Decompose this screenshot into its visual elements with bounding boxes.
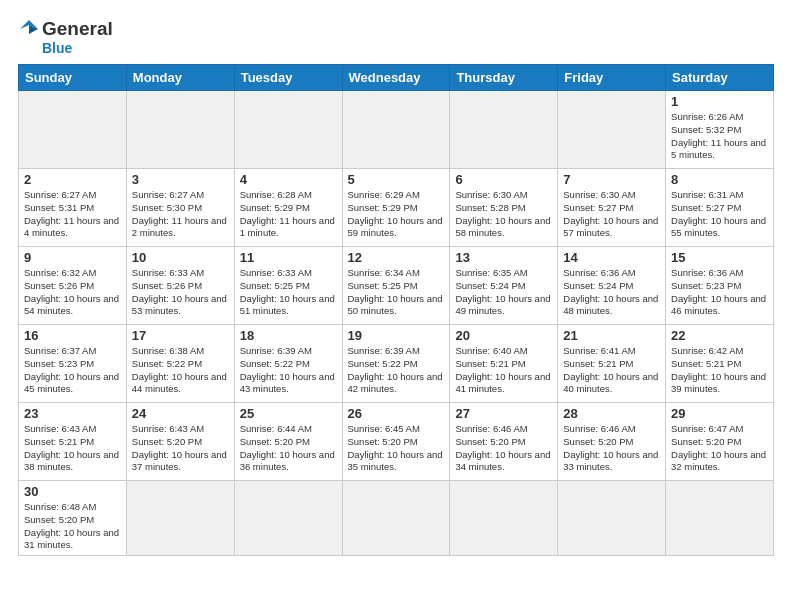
- day-info: Sunrise: 6:43 AM Sunset: 5:21 PM Dayligh…: [24, 423, 121, 474]
- calendar-day-cell: [19, 91, 127, 169]
- logo-general-text: General: [42, 18, 113, 40]
- calendar-day-cell: [126, 91, 234, 169]
- day-number: 14: [563, 250, 660, 265]
- calendar-day-cell: 4Sunrise: 6:28 AM Sunset: 5:29 PM Daylig…: [234, 169, 342, 247]
- calendar-day-cell: 13Sunrise: 6:35 AM Sunset: 5:24 PM Dayli…: [450, 247, 558, 325]
- day-info: Sunrise: 6:37 AM Sunset: 5:23 PM Dayligh…: [24, 345, 121, 396]
- day-info: Sunrise: 6:42 AM Sunset: 5:21 PM Dayligh…: [671, 345, 768, 396]
- day-info: Sunrise: 6:35 AM Sunset: 5:24 PM Dayligh…: [455, 267, 552, 318]
- day-info: Sunrise: 6:27 AM Sunset: 5:31 PM Dayligh…: [24, 189, 121, 240]
- calendar-day-cell: [558, 481, 666, 556]
- day-number: 1: [671, 94, 768, 109]
- day-header-thursday: Thursday: [450, 65, 558, 91]
- day-info: Sunrise: 6:27 AM Sunset: 5:30 PM Dayligh…: [132, 189, 229, 240]
- day-number: 16: [24, 328, 121, 343]
- calendar-day-cell: [126, 481, 234, 556]
- day-info: Sunrise: 6:36 AM Sunset: 5:23 PM Dayligh…: [671, 267, 768, 318]
- page: General Blue SundayMondayTuesdayWednesda…: [0, 0, 792, 612]
- calendar-day-cell: [234, 481, 342, 556]
- day-info: Sunrise: 6:29 AM Sunset: 5:29 PM Dayligh…: [348, 189, 445, 240]
- day-number: 8: [671, 172, 768, 187]
- calendar-day-cell: 20Sunrise: 6:40 AM Sunset: 5:21 PM Dayli…: [450, 325, 558, 403]
- day-info: Sunrise: 6:26 AM Sunset: 5:32 PM Dayligh…: [671, 111, 768, 162]
- day-number: 27: [455, 406, 552, 421]
- day-number: 24: [132, 406, 229, 421]
- calendar-day-cell: 19Sunrise: 6:39 AM Sunset: 5:22 PM Dayli…: [342, 325, 450, 403]
- day-number: 4: [240, 172, 337, 187]
- day-info: Sunrise: 6:39 AM Sunset: 5:22 PM Dayligh…: [348, 345, 445, 396]
- calendar-day-cell: [558, 91, 666, 169]
- calendar-week-row: 9Sunrise: 6:32 AM Sunset: 5:26 PM Daylig…: [19, 247, 774, 325]
- calendar-day-cell: [342, 91, 450, 169]
- calendar-week-row: 30Sunrise: 6:48 AM Sunset: 5:20 PM Dayli…: [19, 481, 774, 556]
- day-info: Sunrise: 6:34 AM Sunset: 5:25 PM Dayligh…: [348, 267, 445, 318]
- day-header-wednesday: Wednesday: [342, 65, 450, 91]
- calendar-day-cell: 23Sunrise: 6:43 AM Sunset: 5:21 PM Dayli…: [19, 403, 127, 481]
- calendar-header-row: SundayMondayTuesdayWednesdayThursdayFrid…: [19, 65, 774, 91]
- day-number: 18: [240, 328, 337, 343]
- day-number: 11: [240, 250, 337, 265]
- day-header-monday: Monday: [126, 65, 234, 91]
- day-info: Sunrise: 6:40 AM Sunset: 5:21 PM Dayligh…: [455, 345, 552, 396]
- calendar-day-cell: [666, 481, 774, 556]
- calendar-week-row: 16Sunrise: 6:37 AM Sunset: 5:23 PM Dayli…: [19, 325, 774, 403]
- calendar-day-cell: 26Sunrise: 6:45 AM Sunset: 5:20 PM Dayli…: [342, 403, 450, 481]
- header: General Blue: [18, 18, 774, 56]
- calendar-day-cell: 17Sunrise: 6:38 AM Sunset: 5:22 PM Dayli…: [126, 325, 234, 403]
- day-info: Sunrise: 6:28 AM Sunset: 5:29 PM Dayligh…: [240, 189, 337, 240]
- calendar-table: SundayMondayTuesdayWednesdayThursdayFrid…: [18, 64, 774, 556]
- calendar-day-cell: 10Sunrise: 6:33 AM Sunset: 5:26 PM Dayli…: [126, 247, 234, 325]
- day-number: 25: [240, 406, 337, 421]
- calendar-day-cell: 28Sunrise: 6:46 AM Sunset: 5:20 PM Dayli…: [558, 403, 666, 481]
- day-number: 13: [455, 250, 552, 265]
- calendar-day-cell: 15Sunrise: 6:36 AM Sunset: 5:23 PM Dayli…: [666, 247, 774, 325]
- calendar-day-cell: 5Sunrise: 6:29 AM Sunset: 5:29 PM Daylig…: [342, 169, 450, 247]
- logo: General Blue: [18, 18, 113, 56]
- day-info: Sunrise: 6:41 AM Sunset: 5:21 PM Dayligh…: [563, 345, 660, 396]
- calendar-day-cell: [234, 91, 342, 169]
- calendar-day-cell: 22Sunrise: 6:42 AM Sunset: 5:21 PM Dayli…: [666, 325, 774, 403]
- day-info: Sunrise: 6:33 AM Sunset: 5:25 PM Dayligh…: [240, 267, 337, 318]
- day-info: Sunrise: 6:45 AM Sunset: 5:20 PM Dayligh…: [348, 423, 445, 474]
- day-number: 19: [348, 328, 445, 343]
- calendar-day-cell: 3Sunrise: 6:27 AM Sunset: 5:30 PM Daylig…: [126, 169, 234, 247]
- calendar-day-cell: [450, 481, 558, 556]
- day-number: 10: [132, 250, 229, 265]
- day-header-tuesday: Tuesday: [234, 65, 342, 91]
- day-info: Sunrise: 6:36 AM Sunset: 5:24 PM Dayligh…: [563, 267, 660, 318]
- day-info: Sunrise: 6:46 AM Sunset: 5:20 PM Dayligh…: [455, 423, 552, 474]
- day-number: 22: [671, 328, 768, 343]
- calendar-day-cell: 2Sunrise: 6:27 AM Sunset: 5:31 PM Daylig…: [19, 169, 127, 247]
- calendar-day-cell: 8Sunrise: 6:31 AM Sunset: 5:27 PM Daylig…: [666, 169, 774, 247]
- calendar-week-row: 23Sunrise: 6:43 AM Sunset: 5:21 PM Dayli…: [19, 403, 774, 481]
- day-number: 9: [24, 250, 121, 265]
- day-info: Sunrise: 6:38 AM Sunset: 5:22 PM Dayligh…: [132, 345, 229, 396]
- day-number: 5: [348, 172, 445, 187]
- calendar-day-cell: 12Sunrise: 6:34 AM Sunset: 5:25 PM Dayli…: [342, 247, 450, 325]
- day-info: Sunrise: 6:31 AM Sunset: 5:27 PM Dayligh…: [671, 189, 768, 240]
- calendar-day-cell: [450, 91, 558, 169]
- calendar-day-cell: 27Sunrise: 6:46 AM Sunset: 5:20 PM Dayli…: [450, 403, 558, 481]
- calendar-day-cell: 18Sunrise: 6:39 AM Sunset: 5:22 PM Dayli…: [234, 325, 342, 403]
- logo-svg-icon: [18, 18, 40, 40]
- day-number: 3: [132, 172, 229, 187]
- day-info: Sunrise: 6:46 AM Sunset: 5:20 PM Dayligh…: [563, 423, 660, 474]
- day-number: 23: [24, 406, 121, 421]
- day-number: 7: [563, 172, 660, 187]
- day-number: 6: [455, 172, 552, 187]
- day-info: Sunrise: 6:39 AM Sunset: 5:22 PM Dayligh…: [240, 345, 337, 396]
- calendar-day-cell: 29Sunrise: 6:47 AM Sunset: 5:20 PM Dayli…: [666, 403, 774, 481]
- day-number: 15: [671, 250, 768, 265]
- day-info: Sunrise: 6:47 AM Sunset: 5:20 PM Dayligh…: [671, 423, 768, 474]
- day-number: 28: [563, 406, 660, 421]
- logo-blue-text: Blue: [42, 40, 72, 56]
- calendar-week-row: 1Sunrise: 6:26 AM Sunset: 5:32 PM Daylig…: [19, 91, 774, 169]
- calendar-week-row: 2Sunrise: 6:27 AM Sunset: 5:31 PM Daylig…: [19, 169, 774, 247]
- calendar-day-cell: 1Sunrise: 6:26 AM Sunset: 5:32 PM Daylig…: [666, 91, 774, 169]
- calendar-day-cell: 14Sunrise: 6:36 AM Sunset: 5:24 PM Dayli…: [558, 247, 666, 325]
- day-number: 29: [671, 406, 768, 421]
- day-info: Sunrise: 6:33 AM Sunset: 5:26 PM Dayligh…: [132, 267, 229, 318]
- day-number: 26: [348, 406, 445, 421]
- calendar-day-cell: 24Sunrise: 6:43 AM Sunset: 5:20 PM Dayli…: [126, 403, 234, 481]
- day-info: Sunrise: 6:32 AM Sunset: 5:26 PM Dayligh…: [24, 267, 121, 318]
